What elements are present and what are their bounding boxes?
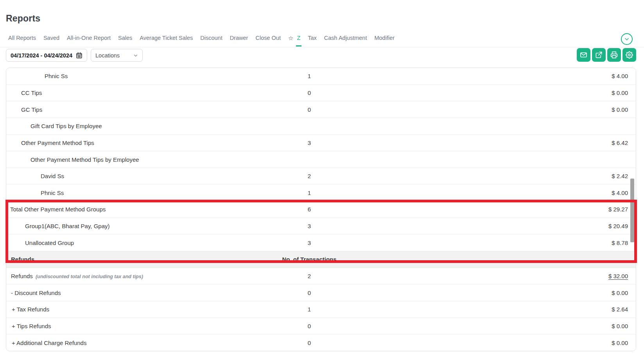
settings-button[interactable] xyxy=(622,48,636,62)
amount-value: $ 4.00 xyxy=(612,190,628,196)
row-amount: $ 0.00 xyxy=(339,89,636,96)
tab-drawer[interactable]: Drawer xyxy=(230,35,248,41)
email-button[interactable] xyxy=(577,48,590,62)
row-label: Other Payment Method Tips xyxy=(6,139,280,146)
amount-value: $ 6.42 xyxy=(612,139,628,146)
row-label: + Additional Charge Refunds xyxy=(6,340,280,346)
table-row: + Additional Charge Refunds0$ 0.00 xyxy=(6,334,636,351)
row-label: Other Payment Method Tips by Employee xyxy=(6,156,280,163)
table-row: CC Tips0$ 0.00 xyxy=(6,84,636,101)
row-label: Gift Card Tips by Employee xyxy=(6,123,280,129)
tab-label: Discount xyxy=(200,35,222,41)
star-icon[interactable]: ☆ xyxy=(288,35,293,41)
row-count: 2 xyxy=(280,273,339,279)
row-count: 0 xyxy=(280,89,339,96)
row-count: 3 xyxy=(280,240,339,246)
tab-tax[interactable]: Tax xyxy=(308,35,317,41)
row-label: GC Tips xyxy=(6,106,280,113)
tab-label: Average Ticket Sales xyxy=(140,35,193,41)
table-row: Unallocated Group3$ 8.78 xyxy=(6,234,636,251)
tab-modifier[interactable]: Modifier xyxy=(374,35,395,41)
row-label: Phnic Ss xyxy=(6,73,280,79)
row-amount: $ 0.00 xyxy=(339,323,636,329)
tab-label: Z xyxy=(297,35,300,41)
row-label: Refunds(undiscounted total not including… xyxy=(6,273,280,279)
row-amount: $ 2.42 xyxy=(339,173,636,179)
row-count: 2 xyxy=(280,173,339,179)
page-title: Reports xyxy=(6,13,40,24)
row-count: 0 xyxy=(280,323,339,329)
row-label: - Discount Refunds xyxy=(6,290,280,296)
table-row: + Tips Refunds0$ 0.00 xyxy=(6,318,636,334)
table-row: Phnic Ss1$ 4.00 xyxy=(6,184,636,201)
row-amount: $ 2.64 xyxy=(339,306,636,313)
report-table: Phnic Ss1$ 4.00CC Tips0$ 0.00GC Tips0$ 0… xyxy=(6,68,636,351)
row-count: 0 xyxy=(280,340,339,346)
amount-value: $ 0.00 xyxy=(612,290,628,296)
row-label: Refunds xyxy=(6,256,280,263)
table-row: Group1(ABC, Bharat Pay, Gpay)3$ 20.49 xyxy=(6,218,636,234)
tab-saved[interactable]: Saved xyxy=(43,35,59,41)
tab-z[interactable]: ☆Z xyxy=(288,35,300,41)
tab-cash-adjustment[interactable]: Cash Adjustment xyxy=(324,35,367,41)
row-count: 3 xyxy=(280,139,339,146)
amount-value: $ 0.00 xyxy=(612,340,628,346)
row-count: 6 xyxy=(280,206,339,213)
table-row: Phnic Ss1$ 4.00 xyxy=(6,68,636,84)
row-label: Total Other Payment Method Groups xyxy=(6,206,280,213)
row-label-note: (undiscounted total not including tax an… xyxy=(36,274,143,279)
date-range-picker[interactable]: 04/17/2024 - 04/24/2024 xyxy=(6,49,87,62)
tab-average-ticket-sales[interactable]: Average Ticket Sales xyxy=(140,35,193,41)
collapse-button[interactable] xyxy=(621,33,633,45)
row-amount: $ 29.27 xyxy=(339,206,636,213)
row-label: + Tips Refunds xyxy=(6,323,280,329)
locations-select[interactable]: Locations xyxy=(91,49,143,62)
amount-value: $ 20.49 xyxy=(608,223,628,229)
table-row: David Ss2$ 2.42 xyxy=(6,168,636,184)
amount-link[interactable]: $ 32.00 xyxy=(608,273,628,279)
tab-discount[interactable]: Discount xyxy=(200,35,222,41)
envelope-icon xyxy=(580,51,587,59)
row-count: 0 xyxy=(280,106,339,113)
row-amount: $ 0.00 xyxy=(339,290,636,296)
table-row: Refunds(undiscounted total not including… xyxy=(6,268,636,284)
row-label: CC Tips xyxy=(6,89,280,96)
printer-icon xyxy=(610,51,618,59)
reports-page: Reports All ReportsSavedAll-in-One Repor… xyxy=(0,0,644,354)
table-row: Other Payment Method Tips3$ 6.42 xyxy=(6,134,636,151)
row-amount: $ 20.49 xyxy=(339,223,636,229)
export-button[interactable] xyxy=(592,48,606,62)
tab-close-out[interactable]: Close Out xyxy=(255,35,280,41)
tab-label: Close Out xyxy=(255,35,280,41)
tab-all-in-one-report[interactable]: All-in-One Report xyxy=(67,35,111,41)
date-range-value: 04/17/2024 - 04/24/2024 xyxy=(11,52,72,59)
tab-label: Drawer xyxy=(230,35,248,41)
report-toolbar xyxy=(577,48,636,62)
scrollbar-thumb[interactable] xyxy=(630,179,634,242)
amount-value: $ 8.78 xyxy=(612,240,628,246)
table-row: Other Payment Method Tips by Employee xyxy=(6,151,636,168)
table-row: GC Tips0$ 0.00 xyxy=(6,101,636,118)
table-row: Gift Card Tips by Employee xyxy=(6,118,636,134)
export-icon xyxy=(595,51,603,59)
table-row: Total Other Payment Method Groups6$ 29.2… xyxy=(6,201,636,218)
amount-value: $ 0.00 xyxy=(612,106,628,113)
tab-label: All Reports xyxy=(8,35,36,41)
print-button[interactable] xyxy=(607,48,621,62)
report-tabs: All ReportsSavedAll-in-One ReportSalesAv… xyxy=(8,35,395,41)
locations-value: Locations xyxy=(95,52,120,59)
row-amount: $ 4.00 xyxy=(339,190,636,196)
tab-sales[interactable]: Sales xyxy=(118,35,132,41)
gear-icon xyxy=(626,51,633,59)
tab-label: Cash Adjustment xyxy=(324,35,367,41)
table-row: - Discount Refunds0$ 0.00 xyxy=(6,284,636,301)
row-amount: $ 6.42 xyxy=(339,139,636,146)
amount-value: $ 29.27 xyxy=(608,206,628,213)
amount-value: $ 2.64 xyxy=(612,306,628,313)
tab-all-reports[interactable]: All Reports xyxy=(8,35,36,41)
row-amount: $ 8.78 xyxy=(339,240,636,246)
calendar-icon xyxy=(76,52,83,59)
row-label: Unallocated Group xyxy=(6,240,280,246)
row-count: 1 xyxy=(280,73,339,79)
row-label: Phnic Ss xyxy=(6,190,280,196)
